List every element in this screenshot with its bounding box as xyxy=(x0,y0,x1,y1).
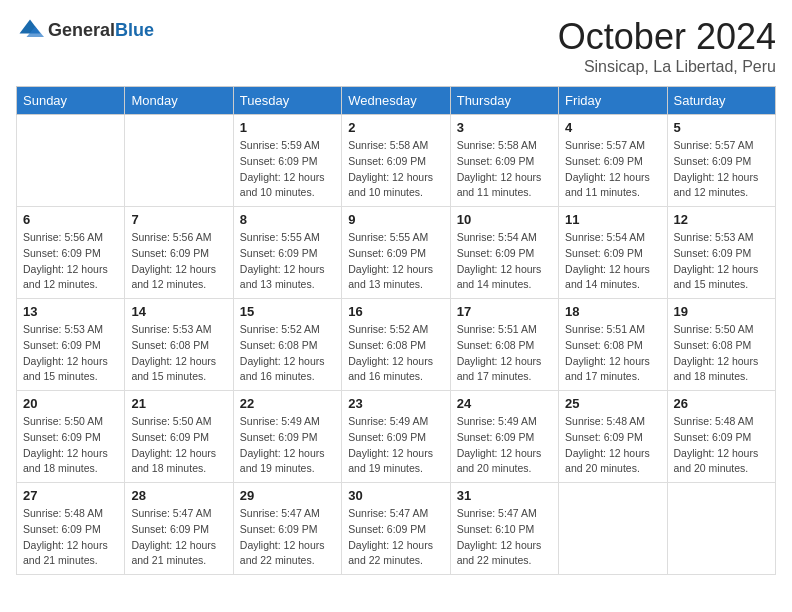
calendar-header: SundayMondayTuesdayWednesdayThursdayFrid… xyxy=(17,87,776,115)
header-cell-friday: Friday xyxy=(559,87,667,115)
day-number: 6 xyxy=(23,212,118,227)
logo-icon xyxy=(16,16,44,44)
calendar-cell: 14Sunrise: 5:53 AM Sunset: 6:08 PM Dayli… xyxy=(125,299,233,391)
day-detail: Sunrise: 5:56 AM Sunset: 6:09 PM Dayligh… xyxy=(131,230,226,293)
calendar-cell: 22Sunrise: 5:49 AM Sunset: 6:09 PM Dayli… xyxy=(233,391,341,483)
day-number: 10 xyxy=(457,212,552,227)
day-detail: Sunrise: 5:50 AM Sunset: 6:08 PM Dayligh… xyxy=(674,322,769,385)
day-number: 9 xyxy=(348,212,443,227)
day-detail: Sunrise: 5:53 AM Sunset: 6:09 PM Dayligh… xyxy=(674,230,769,293)
calendar-cell: 30Sunrise: 5:47 AM Sunset: 6:09 PM Dayli… xyxy=(342,483,450,575)
calendar-cell: 2Sunrise: 5:58 AM Sunset: 6:09 PM Daylig… xyxy=(342,115,450,207)
calendar-cell: 28Sunrise: 5:47 AM Sunset: 6:09 PM Dayli… xyxy=(125,483,233,575)
day-detail: Sunrise: 5:50 AM Sunset: 6:09 PM Dayligh… xyxy=(23,414,118,477)
page-header: GeneralBlue October 2024 Sinsicap, La Li… xyxy=(16,16,776,76)
day-number: 5 xyxy=(674,120,769,135)
logo-blue: Blue xyxy=(115,20,154,40)
month-title: October 2024 xyxy=(558,16,776,58)
calendar-cell xyxy=(125,115,233,207)
calendar-cell: 26Sunrise: 5:48 AM Sunset: 6:09 PM Dayli… xyxy=(667,391,775,483)
day-detail: Sunrise: 5:49 AM Sunset: 6:09 PM Dayligh… xyxy=(240,414,335,477)
day-number: 15 xyxy=(240,304,335,319)
day-number: 30 xyxy=(348,488,443,503)
day-number: 1 xyxy=(240,120,335,135)
header-cell-saturday: Saturday xyxy=(667,87,775,115)
day-detail: Sunrise: 5:59 AM Sunset: 6:09 PM Dayligh… xyxy=(240,138,335,201)
day-number: 7 xyxy=(131,212,226,227)
location-subtitle: Sinsicap, La Libertad, Peru xyxy=(558,58,776,76)
header-cell-sunday: Sunday xyxy=(17,87,125,115)
day-number: 16 xyxy=(348,304,443,319)
day-detail: Sunrise: 5:47 AM Sunset: 6:09 PM Dayligh… xyxy=(131,506,226,569)
day-number: 26 xyxy=(674,396,769,411)
day-detail: Sunrise: 5:53 AM Sunset: 6:08 PM Dayligh… xyxy=(131,322,226,385)
day-detail: Sunrise: 5:52 AM Sunset: 6:08 PM Dayligh… xyxy=(348,322,443,385)
day-number: 27 xyxy=(23,488,118,503)
calendar-cell: 8Sunrise: 5:55 AM Sunset: 6:09 PM Daylig… xyxy=(233,207,341,299)
calendar-cell: 27Sunrise: 5:48 AM Sunset: 6:09 PM Dayli… xyxy=(17,483,125,575)
day-number: 17 xyxy=(457,304,552,319)
calendar-cell: 21Sunrise: 5:50 AM Sunset: 6:09 PM Dayli… xyxy=(125,391,233,483)
header-row: SundayMondayTuesdayWednesdayThursdayFrid… xyxy=(17,87,776,115)
calendar-cell: 11Sunrise: 5:54 AM Sunset: 6:09 PM Dayli… xyxy=(559,207,667,299)
day-detail: Sunrise: 5:53 AM Sunset: 6:09 PM Dayligh… xyxy=(23,322,118,385)
day-number: 31 xyxy=(457,488,552,503)
day-detail: Sunrise: 5:49 AM Sunset: 6:09 PM Dayligh… xyxy=(348,414,443,477)
day-number: 29 xyxy=(240,488,335,503)
day-number: 8 xyxy=(240,212,335,227)
day-detail: Sunrise: 5:47 AM Sunset: 6:09 PM Dayligh… xyxy=(240,506,335,569)
week-row-0: 1Sunrise: 5:59 AM Sunset: 6:09 PM Daylig… xyxy=(17,115,776,207)
calendar-cell: 25Sunrise: 5:48 AM Sunset: 6:09 PM Dayli… xyxy=(559,391,667,483)
week-row-2: 13Sunrise: 5:53 AM Sunset: 6:09 PM Dayli… xyxy=(17,299,776,391)
day-number: 12 xyxy=(674,212,769,227)
calendar-cell: 18Sunrise: 5:51 AM Sunset: 6:08 PM Dayli… xyxy=(559,299,667,391)
header-cell-wednesday: Wednesday xyxy=(342,87,450,115)
day-detail: Sunrise: 5:49 AM Sunset: 6:09 PM Dayligh… xyxy=(457,414,552,477)
week-row-4: 27Sunrise: 5:48 AM Sunset: 6:09 PM Dayli… xyxy=(17,483,776,575)
day-number: 2 xyxy=(348,120,443,135)
day-number: 13 xyxy=(23,304,118,319)
day-number: 11 xyxy=(565,212,660,227)
day-number: 28 xyxy=(131,488,226,503)
logo: GeneralBlue xyxy=(16,16,154,44)
day-detail: Sunrise: 5:58 AM Sunset: 6:09 PM Dayligh… xyxy=(457,138,552,201)
calendar-cell xyxy=(667,483,775,575)
day-number: 25 xyxy=(565,396,660,411)
day-detail: Sunrise: 5:54 AM Sunset: 6:09 PM Dayligh… xyxy=(457,230,552,293)
calendar-cell: 7Sunrise: 5:56 AM Sunset: 6:09 PM Daylig… xyxy=(125,207,233,299)
day-number: 22 xyxy=(240,396,335,411)
logo-text: GeneralBlue xyxy=(48,20,154,41)
calendar-cell: 9Sunrise: 5:55 AM Sunset: 6:09 PM Daylig… xyxy=(342,207,450,299)
calendar-cell: 16Sunrise: 5:52 AM Sunset: 6:08 PM Dayli… xyxy=(342,299,450,391)
day-detail: Sunrise: 5:51 AM Sunset: 6:08 PM Dayligh… xyxy=(457,322,552,385)
calendar-cell xyxy=(17,115,125,207)
day-detail: Sunrise: 5:48 AM Sunset: 6:09 PM Dayligh… xyxy=(23,506,118,569)
logo-general: General xyxy=(48,20,115,40)
day-number: 19 xyxy=(674,304,769,319)
day-detail: Sunrise: 5:50 AM Sunset: 6:09 PM Dayligh… xyxy=(131,414,226,477)
calendar-cell xyxy=(559,483,667,575)
calendar-cell: 17Sunrise: 5:51 AM Sunset: 6:08 PM Dayli… xyxy=(450,299,558,391)
day-detail: Sunrise: 5:57 AM Sunset: 6:09 PM Dayligh… xyxy=(674,138,769,201)
title-area: October 2024 Sinsicap, La Libertad, Peru xyxy=(558,16,776,76)
calendar-cell: 24Sunrise: 5:49 AM Sunset: 6:09 PM Dayli… xyxy=(450,391,558,483)
day-number: 3 xyxy=(457,120,552,135)
header-cell-tuesday: Tuesday xyxy=(233,87,341,115)
calendar-cell: 1Sunrise: 5:59 AM Sunset: 6:09 PM Daylig… xyxy=(233,115,341,207)
calendar-table: SundayMondayTuesdayWednesdayThursdayFrid… xyxy=(16,86,776,575)
calendar-cell: 29Sunrise: 5:47 AM Sunset: 6:09 PM Dayli… xyxy=(233,483,341,575)
day-detail: Sunrise: 5:56 AM Sunset: 6:09 PM Dayligh… xyxy=(23,230,118,293)
day-detail: Sunrise: 5:47 AM Sunset: 6:09 PM Dayligh… xyxy=(348,506,443,569)
calendar-cell: 31Sunrise: 5:47 AM Sunset: 6:10 PM Dayli… xyxy=(450,483,558,575)
calendar-cell: 20Sunrise: 5:50 AM Sunset: 6:09 PM Dayli… xyxy=(17,391,125,483)
day-number: 23 xyxy=(348,396,443,411)
calendar-cell: 23Sunrise: 5:49 AM Sunset: 6:09 PM Dayli… xyxy=(342,391,450,483)
calendar-cell: 5Sunrise: 5:57 AM Sunset: 6:09 PM Daylig… xyxy=(667,115,775,207)
calendar-cell: 10Sunrise: 5:54 AM Sunset: 6:09 PM Dayli… xyxy=(450,207,558,299)
day-detail: Sunrise: 5:55 AM Sunset: 6:09 PM Dayligh… xyxy=(348,230,443,293)
calendar-cell: 6Sunrise: 5:56 AM Sunset: 6:09 PM Daylig… xyxy=(17,207,125,299)
day-detail: Sunrise: 5:55 AM Sunset: 6:09 PM Dayligh… xyxy=(240,230,335,293)
calendar-cell: 3Sunrise: 5:58 AM Sunset: 6:09 PM Daylig… xyxy=(450,115,558,207)
day-detail: Sunrise: 5:57 AM Sunset: 6:09 PM Dayligh… xyxy=(565,138,660,201)
calendar-body: 1Sunrise: 5:59 AM Sunset: 6:09 PM Daylig… xyxy=(17,115,776,575)
